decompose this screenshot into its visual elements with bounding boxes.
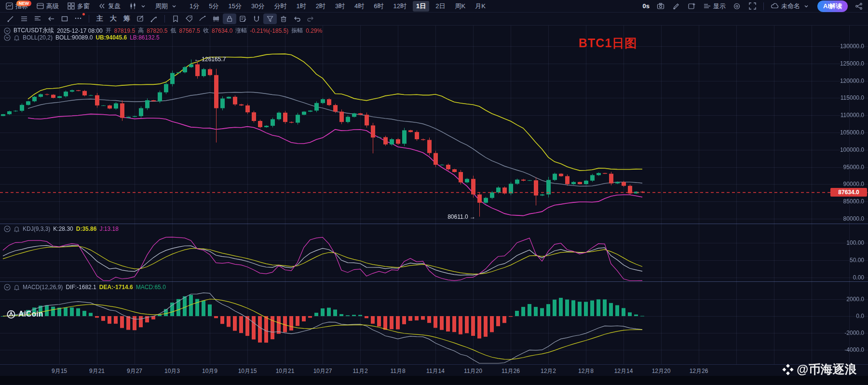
- price-tick: 125000.0: [821, 60, 864, 67]
- period-label: 周期: [155, 2, 168, 11]
- camera-icon[interactable]: [656, 2, 665, 11]
- parallel-lines-tool-icon[interactable]: [17, 13, 31, 24]
- chips-button[interactable]: 筹: [120, 13, 134, 24]
- fib-lines-tool-icon[interactable]: [31, 13, 44, 24]
- multi-window-button[interactable]: 多窗: [67, 2, 90, 11]
- fullscreen-icon[interactable]: [748, 2, 757, 11]
- chart-region[interactable]: BTC/USDT永续 2025-12-17 08:00 开87819.5 高87…: [0, 26, 868, 364]
- close-value: 87634.0: [212, 27, 232, 34]
- period-dropdown[interactable]: 周期: [155, 2, 178, 11]
- date-tick: 12月8: [572, 367, 599, 375]
- trash-icon[interactable]: [277, 13, 290, 24]
- macd-tick: 2000.0: [821, 296, 864, 303]
- amplitude-value: 0.29%: [306, 27, 322, 34]
- kdj-name: KDJ(9,3,3): [23, 226, 50, 232]
- date-tick: 11月26: [497, 367, 524, 375]
- date-tick: 9月15: [46, 367, 73, 375]
- timeframe-1分[interactable]: 1分: [186, 1, 203, 12]
- display-label: 显示: [713, 2, 726, 11]
- timeframe-4时[interactable]: 4时: [351, 1, 367, 12]
- timeframe-30分[interactable]: 30分: [248, 1, 268, 12]
- high-label: 高: [138, 27, 144, 35]
- timeframe-3时[interactable]: 3时: [332, 1, 348, 12]
- alert-bell-icon[interactable]: [14, 284, 20, 291]
- alert-bell-icon[interactable]: [14, 226, 20, 232]
- kdj-d-value: D:35.86: [76, 226, 97, 232]
- watermark: @币海逐浪: [782, 361, 856, 377]
- ohlc-legend: BTC/USDT永续 2025-12-17 08:00 开87819.5 高87…: [4, 27, 322, 35]
- low-point-annotation: 80611.0 →: [435, 213, 475, 220]
- date-tick: 12月26: [685, 367, 712, 375]
- bar-datetime: 2025-12-17 08:00: [57, 27, 103, 34]
- multi-window-icon: [67, 2, 75, 11]
- edit-square-icon[interactable]: [134, 13, 147, 24]
- timeframe-2日[interactable]: 2日: [432, 1, 448, 12]
- undo-icon[interactable]: [290, 13, 304, 24]
- pen-line-icon[interactable]: [196, 13, 209, 24]
- timeframe-月K[interactable]: 月K: [472, 1, 489, 12]
- collapse-circle-icon[interactable]: [4, 34, 11, 41]
- timeframe-1日[interactable]: 1日: [413, 1, 429, 12]
- macd-hist-value: MACD:65.0: [136, 284, 166, 291]
- watermark-text: @币海逐浪: [797, 361, 856, 377]
- change-label: 涨幅: [235, 27, 247, 35]
- bookmark-icon[interactable]: [169, 13, 182, 24]
- timeframe-周K[interactable]: 周K: [452, 1, 469, 12]
- date-tick: 10月9: [196, 367, 223, 375]
- toolbar-divider: [164, 15, 165, 23]
- chart-style-dropdown[interactable]: [128, 2, 148, 11]
- arrow-tool-icon[interactable]: [44, 13, 58, 24]
- boll-mid-value: BOLL:90089.0: [55, 34, 93, 41]
- timeframe-分时[interactable]: 分时: [271, 1, 290, 12]
- timeframe-group: 1分5分15分30分分时1时2时3时4时6时12时1日2日周K月K: [186, 1, 492, 12]
- diamond-logo-icon: [782, 364, 794, 375]
- main-chart-button[interactable]: 主: [93, 13, 107, 24]
- candle-style-icon: [128, 2, 137, 11]
- replay-button[interactable]: 复盘: [97, 2, 121, 11]
- trendline-tool-icon[interactable]: [4, 13, 17, 24]
- big-chart-button[interactable]: 大: [107, 13, 120, 24]
- high-point-annotation: ← 126165.7: [194, 56, 226, 63]
- alert-bell-icon[interactable]: [14, 35, 20, 41]
- add-panel-icon[interactable]: [687, 2, 696, 11]
- brush-icon[interactable]: [147, 13, 161, 24]
- share-icon[interactable]: [854, 2, 863, 11]
- boll-name: BOLL(20,2): [23, 34, 53, 41]
- redo-icon[interactable]: [304, 13, 317, 24]
- collapse-circle-icon[interactable]: [4, 284, 11, 291]
- lock-drawings-icon[interactable]: [223, 13, 236, 24]
- more-tools-icon[interactable]: [71, 13, 85, 24]
- timeframe-6时[interactable]: 6时: [370, 1, 387, 12]
- date-tick: 11月20: [460, 367, 487, 375]
- pattern-candles-icon[interactable]: [209, 13, 223, 24]
- timeframe-2时[interactable]: 2时: [312, 1, 329, 12]
- candle-countdown: 0s: [643, 2, 650, 10]
- price-tag-icon[interactable]: [182, 13, 196, 24]
- open-label: 开: [106, 27, 111, 35]
- kdj-j-value: J:13.18: [99, 226, 118, 232]
- note-edit-icon[interactable]: [236, 13, 250, 24]
- magnet-icon[interactable]: [250, 13, 263, 24]
- timeframe-5分[interactable]: 5分: [205, 1, 222, 12]
- layout-dropdown[interactable]: 未命名: [771, 2, 811, 11]
- advanced-icon: [36, 2, 44, 11]
- pencil-icon[interactable]: [672, 2, 680, 11]
- price-tick: 110000.0: [821, 112, 864, 119]
- filter-funnel-icon[interactable]: [263, 13, 277, 24]
- rectangle-tool-icon[interactable]: [58, 13, 71, 24]
- collapse-circle-icon[interactable]: [4, 27, 11, 34]
- boll-lb-value: LB:86132.5: [130, 34, 159, 41]
- toolbar-divider: [763, 2, 764, 10]
- timeframe-1时[interactable]: 1时: [293, 1, 309, 12]
- display-button[interactable]: 显示: [703, 2, 726, 11]
- collapse-circle-icon[interactable]: [4, 226, 11, 232]
- advanced-button[interactable]: 高级: [36, 2, 59, 11]
- timeframe-12时[interactable]: 12时: [390, 1, 410, 12]
- time-axis[interactable]: 9月159月219月2710月310月910月1510月2110月2711月21…: [0, 364, 868, 376]
- ai-analysis-button[interactable]: AI解读: [817, 0, 848, 12]
- timeframe-15分[interactable]: 15分: [225, 1, 244, 12]
- price-chart-canvas[interactable]: [0, 26, 868, 364]
- indicators-button[interactable]: 指标 NEW: [5, 2, 28, 11]
- macd-tick: -2000.0: [821, 330, 864, 336]
- settings-gear-icon[interactable]: [732, 2, 741, 11]
